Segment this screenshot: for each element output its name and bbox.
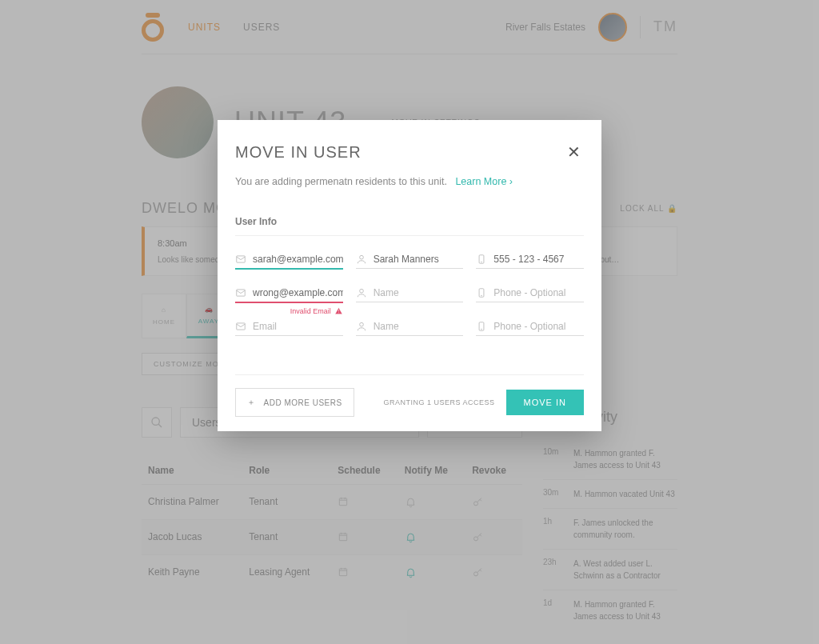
name-input[interactable] (374, 254, 464, 265)
user-form-row (235, 321, 584, 336)
user-icon (356, 287, 367, 298)
mail-icon (235, 321, 246, 332)
granting-note: GRANTING 1 USERS ACCESS (384, 398, 495, 406)
user-info-label: User Info (235, 216, 584, 236)
name-field[interactable] (356, 287, 464, 302)
warning-icon (334, 306, 343, 315)
modal-overlay[interactable]: MOVE IN USER ✕ You are adding permenatn … (0, 0, 819, 644)
svg-point-15 (481, 295, 482, 296)
phone-input[interactable] (493, 254, 584, 265)
email-input[interactable] (253, 321, 343, 332)
phone-input[interactable] (493, 321, 584, 332)
learn-more-link[interactable]: Learn More › (455, 176, 513, 187)
mail-icon (235, 254, 246, 265)
name-input[interactable] (374, 287, 464, 298)
svg-rect-12 (237, 290, 246, 296)
user-icon (356, 321, 367, 332)
close-icon: ✕ (567, 143, 581, 161)
move-in-user-modal: MOVE IN USER ✕ You are adding permenatn … (218, 120, 601, 431)
user-icon (356, 254, 367, 265)
svg-rect-8 (237, 256, 246, 262)
phone-icon (476, 254, 487, 265)
phone-field[interactable] (476, 287, 584, 302)
phone-field[interactable] (476, 321, 584, 336)
svg-point-13 (359, 289, 363, 293)
phone-icon (476, 321, 487, 332)
svg-point-17 (359, 322, 363, 326)
email-field[interactable]: Invalid Email (235, 287, 343, 303)
user-form-row: Invalid Email (235, 287, 584, 303)
email-input[interactable] (253, 287, 343, 298)
name-field[interactable] (356, 254, 464, 269)
modal-subtitle: You are adding permenatn residents to th… (235, 176, 447, 187)
move-in-submit-button[interactable]: MOVE IN (506, 390, 584, 415)
email-field[interactable] (235, 321, 343, 336)
add-more-users-button[interactable]: ＋ ADD MORE USERS (235, 388, 354, 417)
email-field[interactable] (235, 254, 343, 270)
phone-icon (476, 287, 487, 298)
svg-point-9 (359, 255, 363, 259)
modal-title: MOVE IN USER (235, 143, 362, 162)
name-field[interactable] (356, 321, 464, 336)
phone-input[interactable] (493, 287, 584, 298)
svg-point-19 (481, 329, 482, 330)
mail-icon (235, 287, 246, 298)
email-input[interactable] (253, 254, 343, 265)
phone-field[interactable] (476, 254, 584, 269)
error-message: Invalid Email (290, 306, 343, 315)
svg-point-11 (481, 262, 482, 262)
svg-rect-16 (237, 323, 246, 330)
plus-icon: ＋ (247, 397, 256, 408)
modal-close-button[interactable]: ✕ (564, 139, 584, 165)
name-input[interactable] (374, 321, 464, 332)
user-form-row (235, 254, 584, 270)
